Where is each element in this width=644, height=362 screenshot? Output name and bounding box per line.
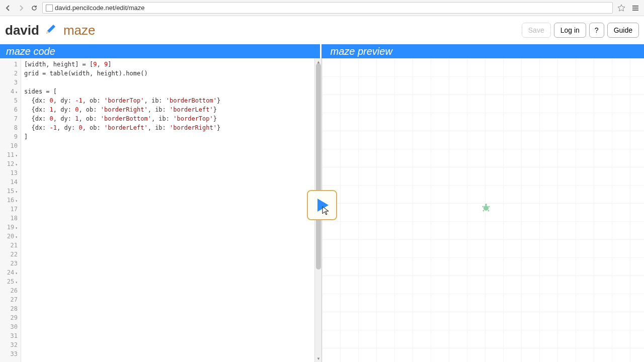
svg-point-3 (489, 206, 490, 208)
code-panel-title: maze code (0, 44, 321, 58)
login-button[interactable]: Log in (554, 23, 586, 38)
editor-pane: 1234567891011121314151617181920212223242… (0, 58, 322, 362)
back-button[interactable] (3, 3, 13, 13)
bookmark-star-icon[interactable] (616, 3, 627, 14)
save-button: Save (522, 23, 551, 38)
url-text: david.pencilcode.net/edit/maze (55, 4, 145, 12)
page-icon (46, 5, 53, 12)
code-editor[interactable]: [width, height] = [9, 9]grid = table(wid… (21, 58, 314, 362)
user-name[interactable]: david (5, 23, 39, 38)
scroll-down-icon[interactable]: ▼ (315, 355, 322, 362)
guide-button[interactable]: Guide (607, 23, 639, 38)
preview-panel-title: maze preview (321, 44, 645, 58)
browser-toolbar: david.pencilcode.net/edit/maze (0, 0, 644, 16)
file-name[interactable]: maze (63, 23, 96, 38)
hamburger-menu-icon[interactable] (630, 3, 641, 14)
line-gutter: 1234567891011121314151617181920212223242… (0, 58, 21, 362)
svg-point-4 (483, 210, 485, 212)
svg-point-5 (488, 210, 490, 212)
preview-pane (322, 58, 644, 362)
help-button[interactable]: ? (589, 23, 604, 38)
url-bar[interactable]: david.pencilcode.net/edit/maze (42, 2, 613, 14)
panel-titles: maze code maze preview (0, 44, 644, 58)
svg-point-1 (485, 204, 487, 206)
svg-point-2 (482, 206, 484, 208)
app-header: david maze Save Log in ? Guide (0, 16, 644, 44)
reload-button[interactable] (29, 3, 39, 13)
svg-marker-6 (317, 199, 329, 212)
forward-button[interactable] (16, 3, 26, 13)
svg-point-0 (484, 206, 489, 211)
pencil-icon (44, 23, 58, 38)
run-button[interactable] (307, 190, 337, 220)
scroll-thumb[interactable] (316, 63, 321, 269)
turtle-icon (481, 203, 491, 215)
